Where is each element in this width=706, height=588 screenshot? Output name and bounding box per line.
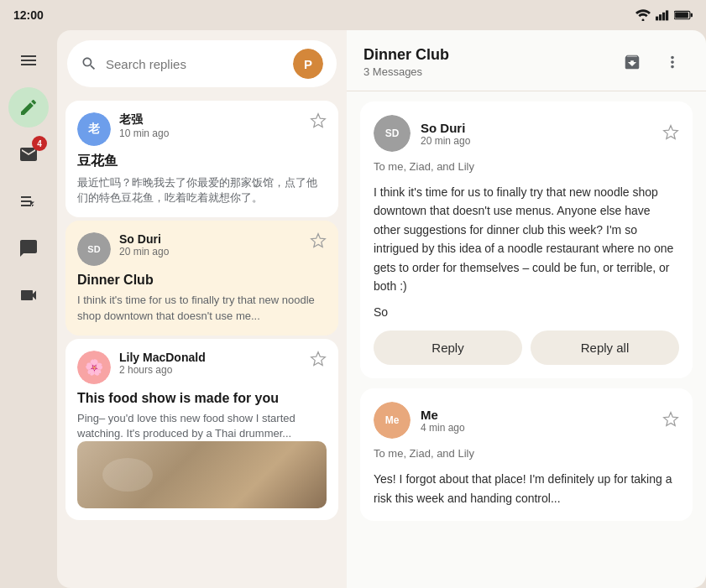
thread-sender-1: So Duri: [421, 121, 652, 135]
star-icon-2: [310, 232, 327, 249]
thread-recipient-2: To me, Ziad, and Lily: [374, 447, 679, 460]
status-icons: [635, 9, 693, 21]
message-preview-1: 最近忙吗？昨晚我去了你最爱的那家饭馆，点了他们的特色豆花鱼，吃着吃着就想你了。: [77, 175, 327, 206]
archive-button[interactable]: [615, 45, 649, 79]
star-icon-3: [310, 351, 327, 367]
status-bar: 12:00: [0, 0, 706, 30]
thread-message-2: Me Me 4 min ago To me, Ziad, and Lily Ye…: [360, 388, 693, 521]
menu-icon: [18, 50, 39, 70]
reply-all-button[interactable]: Reply all: [531, 330, 679, 365]
message-preview-2: I think it's time for us to finally try …: [77, 293, 327, 323]
search-bar: P: [67, 40, 337, 87]
thread-time-1: 20 min ago: [421, 135, 652, 147]
thread-body-2: Yes! I forgot about that place! I'm defi…: [374, 470, 679, 507]
message-card-3[interactable]: 🌸 Lily MacDonald 2 hours ago This food s…: [65, 339, 338, 520]
sender-time-1: 10 min ago: [119, 127, 301, 139]
thread-actions: [615, 45, 689, 79]
sender-name-3: Lily MacDonald: [119, 351, 301, 364]
signal-icon: [656, 9, 669, 21]
sender-time-2: 20 min ago: [119, 246, 301, 258]
thread-messages: SD So Duri 20 min ago To me, Ziad, and L…: [347, 91, 706, 588]
thread-star-icon-2: [662, 411, 679, 428]
chat-icon: [18, 238, 39, 258]
right-panel: Dinner Club 3 Messages: [347, 30, 706, 588]
avatar-3: 🌸: [77, 351, 111, 384]
message-card-2[interactable]: SD So Duri 20 min ago Dinner Club I thin…: [65, 221, 338, 335]
sender-time-3: 2 hours ago: [119, 364, 301, 376]
thread-avatar-1: SD: [374, 115, 411, 152]
messages-list: 老 老强 10 min ago 豆花鱼 最近忙吗？昨晚我去了你最爱的那家饭馆，点…: [57, 94, 347, 588]
thread-star-2[interactable]: [662, 411, 679, 430]
thread-avatar-2: Me: [374, 402, 411, 439]
sidebar-item-mail[interactable]: 4: [8, 134, 49, 174]
star-button-1[interactable]: [310, 112, 327, 132]
avatar-2: SD: [77, 232, 111, 266]
svg-rect-3: [666, 10, 668, 20]
search-icon: [81, 55, 97, 72]
message-subject-2: Dinner Club: [77, 273, 327, 288]
sidebar: 4: [0, 30, 57, 588]
more-icon: [663, 53, 682, 71]
food-image: [77, 441, 327, 508]
wifi-icon: [635, 9, 651, 21]
thread-body-1: I think it's time for us to finally try …: [374, 183, 679, 295]
reply-button[interactable]: Reply: [374, 330, 522, 365]
compose-icon: [18, 97, 39, 117]
thread-star-icon-1: [662, 124, 679, 141]
reply-buttons-1: Reply Reply all: [374, 330, 679, 365]
status-time: 12:00: [13, 8, 44, 22]
thread-time-2: 4 min ago: [421, 422, 652, 434]
sender-name-2: So Duri: [119, 232, 301, 246]
avatar-1: 老: [77, 112, 111, 146]
svg-rect-1: [659, 14, 662, 20]
svg-rect-6: [675, 12, 688, 18]
sender-name-1: 老强: [119, 112, 301, 127]
sidebar-item-video[interactable]: [8, 275, 49, 315]
thread-subtitle: 3 Messages: [363, 65, 449, 78]
left-panel: P 老 老强 10 min ago 豆花鱼: [57, 30, 347, 588]
notes-icon: [18, 191, 39, 211]
message-subject-3: This food show is made for you: [77, 391, 327, 406]
thread-sender-2: Me: [421, 408, 652, 422]
thread-star-1[interactable]: [662, 124, 679, 143]
video-icon: [18, 285, 39, 305]
app-container: 4 P: [0, 30, 706, 588]
battery-icon: [674, 10, 693, 20]
svg-rect-5: [691, 13, 693, 18]
sidebar-item-notes[interactable]: [8, 181, 49, 221]
sidebar-item-menu[interactable]: [8, 40, 49, 81]
archive-icon: [623, 53, 641, 71]
user-avatar[interactable]: P: [293, 49, 323, 79]
mail-badge: 4: [32, 136, 47, 151]
star-button-2[interactable]: [310, 232, 327, 252]
more-options-button[interactable]: [656, 45, 689, 79]
sidebar-item-compose[interactable]: [8, 87, 49, 127]
thread-recipient-1: To me, Ziad, and Lily: [374, 160, 679, 173]
thread-title: Dinner Club: [363, 46, 449, 64]
star-button-3[interactable]: [310, 351, 327, 370]
thread-signature-1: So: [374, 305, 679, 319]
svg-rect-2: [662, 13, 665, 21]
sidebar-item-chat[interactable]: [8, 228, 49, 268]
message-card-1[interactable]: 老 老强 10 min ago 豆花鱼 最近忙吗？昨晚我去了你最爱的那家饭馆，点…: [65, 101, 338, 217]
message-subject-1: 豆花鱼: [77, 153, 327, 170]
search-input[interactable]: [106, 57, 285, 71]
thread-message-1: SD So Duri 20 min ago To me, Ziad, and L…: [360, 101, 693, 378]
message-preview-3: Ping– you'd love this new food show I st…: [77, 411, 327, 441]
star-icon-1: [310, 112, 327, 129]
svg-rect-0: [656, 17, 658, 21]
thread-header: Dinner Club 3 Messages: [347, 30, 706, 91]
